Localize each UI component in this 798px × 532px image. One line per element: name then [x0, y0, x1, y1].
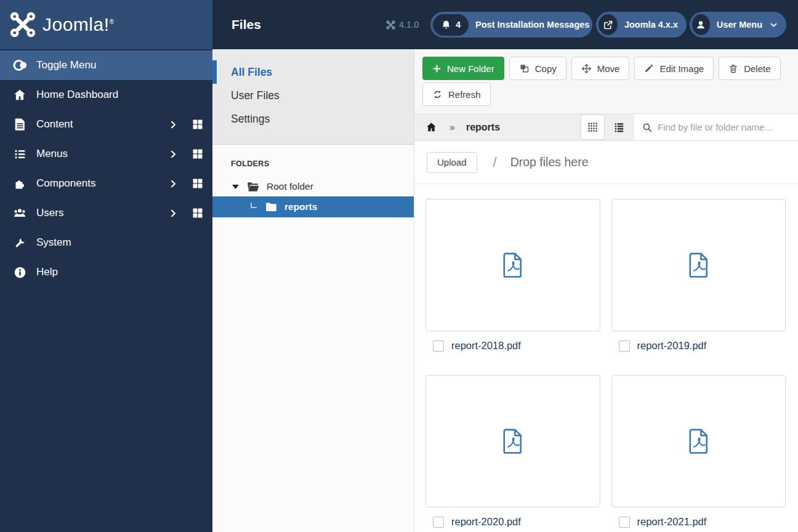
info-icon [12, 266, 27, 279]
user-icon [692, 14, 710, 35]
breadcrumb-bar: » reports [414, 113, 798, 141]
sidebar-item-toggle-menu[interactable]: Toggle Menu [0, 50, 212, 80]
document-icon [12, 118, 27, 131]
upload-button[interactable]: Upload [427, 152, 477, 173]
refresh-button[interactable]: Refresh [422, 83, 491, 106]
pdf-file-icon [684, 427, 713, 456]
trash-icon [728, 63, 738, 74]
sidebar-item-menus[interactable]: Menus [0, 139, 212, 169]
delete-button[interactable]: Delete [719, 57, 780, 80]
file-checkbox[interactable] [433, 341, 444, 352]
sidebar-item-system[interactable]: System [0, 228, 212, 257]
pdf-file-icon [498, 427, 527, 456]
sidebar-item-users[interactable]: Users [0, 198, 212, 228]
tree-branch-icon [251, 203, 257, 208]
user-menu-button[interactable]: User Menu [690, 12, 786, 38]
breadcrumb-current: reports [466, 122, 500, 133]
page-title: Files [232, 17, 261, 32]
media-main: New Folder Copy Move [414, 49, 798, 532]
folder-open-icon [247, 182, 259, 192]
external-link-icon [598, 14, 618, 35]
search-icon [642, 122, 653, 133]
bell-icon [441, 20, 451, 30]
file-card[interactable] [425, 199, 600, 331]
main-menu-sidebar: Toggle Menu Home Dashboard Content [0, 49, 212, 532]
version-indicator: 4.1.0 [386, 0, 419, 49]
sidebar-item-home-dashboard[interactable]: Home Dashboard [0, 80, 212, 110]
nav-item-user-files[interactable]: User Files [212, 84, 414, 107]
upload-area[interactable]: Upload / Drop files here [414, 141, 798, 184]
dashboard-grid-icon[interactable] [191, 118, 204, 131]
pdf-file-icon [498, 251, 527, 280]
sidebar-item-components[interactable]: Components [0, 169, 212, 198]
upload-separator: / [493, 155, 497, 171]
file-name[interactable]: report-2019.pdf [637, 340, 707, 352]
file-item: report-2018.pdf [425, 199, 600, 352]
breadcrumb-separator: » [449, 122, 455, 133]
joomla-link-button[interactable]: Joomla 4.x.x [596, 12, 687, 38]
file-name[interactable]: report-2021.pdf [637, 516, 707, 528]
tree-item-reports-selected[interactable]: reports [212, 196, 414, 217]
search-input[interactable] [658, 122, 798, 132]
chevron-right-icon[interactable] [169, 179, 178, 188]
drop-files-label: Drop files here [510, 155, 589, 169]
toggle-icon [12, 58, 27, 73]
new-folder-button[interactable]: New Folder [422, 57, 504, 80]
pencil-icon [644, 63, 654, 73]
list-icon [12, 148, 27, 161]
post-installation-messages-button[interactable]: 4 Post Installation Messages [430, 12, 592, 38]
nav-item-settings[interactable]: Settings [212, 107, 414, 131]
home-icon [12, 88, 27, 102]
plus-icon [432, 64, 441, 73]
file-item: report-2021.pdf [611, 375, 786, 528]
header: Files 4.1.0 [212, 0, 798, 49]
list-view-button[interactable] [607, 115, 631, 140]
file-card[interactable] [611, 375, 786, 507]
chevron-right-icon[interactable] [169, 120, 178, 129]
chevron-right-icon[interactable] [169, 209, 178, 218]
copy-icon [519, 63, 530, 74]
grid-view-button[interactable] [581, 115, 605, 140]
sidebar-item-content[interactable]: Content [0, 110, 212, 139]
joomla-logo[interactable]: Joomla!® [0, 0, 212, 49]
tree-item-root-folder[interactable]: Root folder [212, 177, 414, 196]
wrench-icon [12, 236, 27, 249]
dashboard-grid-icon[interactable] [191, 177, 204, 190]
media-sidebar: All Files User Files Settings FOLDERS Ro… [212, 49, 414, 532]
joomla-mark-icon [9, 11, 36, 38]
file-card[interactable] [425, 375, 600, 507]
move-button[interactable]: Move [571, 57, 630, 80]
caret-down-icon[interactable] [232, 185, 240, 189]
chevron-right-icon[interactable] [169, 150, 178, 159]
view-toggles [581, 115, 634, 140]
copy-button[interactable]: Copy [509, 57, 566, 80]
dashboard-grid-icon[interactable] [191, 207, 204, 219]
dashboard-grid-icon[interactable] [191, 148, 204, 160]
edit-image-button[interactable]: Edit Image [634, 57, 714, 80]
file-checkbox[interactable] [619, 341, 630, 352]
file-card[interactable] [611, 199, 786, 331]
file-name[interactable]: report-2018.pdf [451, 340, 521, 352]
file-item: report-2020.pdf [425, 375, 600, 528]
brand-wordmark: Joomla!® [42, 14, 114, 35]
chevron-down-icon [769, 20, 778, 30]
file-item: report-2019.pdf [611, 199, 786, 352]
refresh-icon [432, 89, 443, 100]
sidebar-item-help[interactable]: Help [0, 257, 212, 287]
file-grid: report-2018.pdf report-2019.pdf [414, 184, 798, 532]
nav-item-all-files[interactable]: All Files [212, 60, 414, 84]
media-nav: All Files User Files Settings [212, 49, 414, 145]
folders-heading: FOLDERS [231, 159, 414, 168]
breadcrumb-home-icon[interactable] [425, 121, 437, 133]
notification-count-chip: 4 [433, 14, 469, 36]
joomla-version-icon [386, 20, 395, 30]
search-box [634, 114, 798, 140]
toolbar: New Folder Copy Move [414, 49, 798, 113]
pdf-file-icon [684, 251, 713, 280]
notification-count: 4 [456, 20, 461, 30]
file-checkbox[interactable] [619, 517, 630, 528]
file-checkbox[interactable] [433, 517, 444, 528]
puzzle-icon [12, 177, 27, 190]
file-name[interactable]: report-2020.pdf [451, 516, 521, 528]
folder-icon [265, 202, 277, 212]
